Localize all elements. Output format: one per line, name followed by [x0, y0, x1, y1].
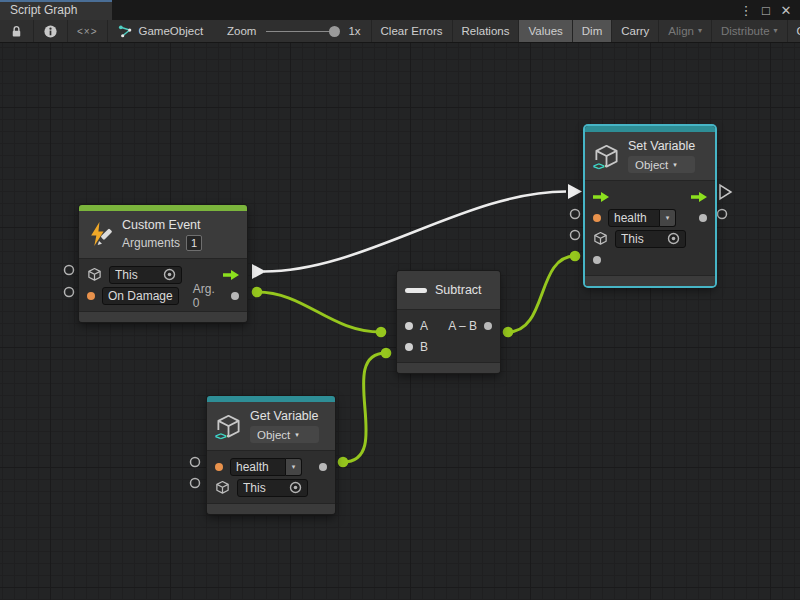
- node-footer: [397, 362, 500, 373]
- distribute-dropdown[interactable]: Distribute▾: [712, 20, 788, 42]
- node-subtract[interactable]: Subtract A A – B B: [397, 271, 500, 373]
- chevron-down-icon: ▾: [666, 214, 670, 222]
- minus-icon: [405, 288, 427, 293]
- flow-arrow-icon[interactable]: [223, 270, 239, 280]
- values-toggle[interactable]: Values: [519, 20, 572, 42]
- chevron-down-icon: ▾: [292, 463, 296, 471]
- tab-focus-accent: [0, 0, 112, 2]
- align-label: Align: [668, 25, 694, 37]
- flow-out-arrow-icon[interactable]: [691, 192, 707, 202]
- info-button[interactable]: [34, 20, 68, 42]
- value-output-port-dot[interactable]: [319, 463, 327, 471]
- zoom-value: 1x: [348, 25, 360, 37]
- variable-brackets-icon: <>: [592, 160, 605, 172]
- target-port-row: This: [585, 228, 715, 249]
- node-custom-event[interactable]: Custom Event Arguments 1 This: [79, 205, 247, 322]
- event-name-field[interactable]: On Damage: [102, 287, 179, 305]
- node-title: Get Variable: [250, 409, 319, 423]
- window-close-icon[interactable]: ✕: [778, 2, 794, 18]
- input-b-label: B: [420, 340, 428, 354]
- target-field[interactable]: This: [109, 266, 182, 284]
- variable-picker-button[interactable]: ▾: [286, 458, 302, 476]
- arg0-port-dot[interactable]: [231, 292, 239, 300]
- overview-button[interactable]: Overv: [788, 20, 800, 42]
- dim-toggle[interactable]: Dim: [573, 20, 612, 42]
- wire-getvariable-to-subtract-b[interactable]: [338, 348, 392, 468]
- variable-scope-dropdown[interactable]: Object ▾: [628, 156, 695, 173]
- target-value: This: [621, 232, 663, 246]
- target-field[interactable]: This: [615, 230, 686, 248]
- lock-icon: [9, 24, 24, 39]
- variable-name-row: health ▾: [585, 207, 715, 228]
- tab-script-graph[interactable]: Script Graph: [0, 0, 112, 20]
- relations-label: Relations: [462, 25, 510, 37]
- variable-name-field[interactable]: health: [230, 458, 286, 476]
- variable-name-row: health ▾: [207, 456, 335, 477]
- variable-name-value: health: [236, 460, 280, 474]
- value-output-port-dot[interactable]: [699, 214, 707, 222]
- code-icon: <×>: [77, 26, 98, 37]
- wire-arg0-to-subtract-a[interactable]: [252, 287, 387, 338]
- node-footer: [585, 275, 715, 286]
- info-icon: [43, 24, 58, 39]
- clear-errors-button[interactable]: Clear Errors: [372, 20, 453, 42]
- arg0-label: Arg. 0: [193, 282, 224, 310]
- zoom-slider[interactable]: [266, 31, 338, 32]
- arguments-label: Arguments: [122, 236, 180, 250]
- input-b-port-dot[interactable]: [405, 343, 413, 351]
- clear-errors-label: Clear Errors: [381, 25, 443, 37]
- wire-subtract-to-setvariable-value[interactable]: [503, 251, 581, 338]
- lock-button[interactable]: [0, 20, 34, 42]
- value-input-port-dot[interactable]: [593, 256, 601, 264]
- input-a-port-dot[interactable]: [405, 322, 413, 330]
- event-name-row: On Damage Arg. 0: [79, 285, 247, 306]
- target-icon[interactable]: [289, 481, 302, 494]
- variable-picker-button[interactable]: ▾: [660, 209, 676, 227]
- scope-value: Object: [257, 429, 290, 441]
- node-get-variable[interactable]: <> Get Variable Object ▾ health ▾: [207, 396, 335, 514]
- chevron-down-icon: ▾: [673, 161, 677, 169]
- relations-button[interactable]: Relations: [453, 20, 520, 42]
- carry-toggle[interactable]: Carry: [612, 20, 659, 42]
- tab-bar: Script Graph ⋮ □ ✕: [0, 0, 800, 20]
- target-icon[interactable]: [163, 268, 176, 281]
- node-set-variable[interactable]: <> Set Variable Object ▾: [585, 126, 715, 286]
- string-port-dot[interactable]: [87, 292, 95, 300]
- zoom-label: Zoom: [227, 25, 256, 37]
- tab-title: Script Graph: [10, 3, 77, 17]
- code-view-button[interactable]: <×>: [68, 20, 108, 42]
- setvariable-flow-out-connector[interactable]: [720, 185, 731, 199]
- event-name-value: On Damage: [108, 289, 173, 303]
- variable-brackets-icon: <>: [214, 430, 227, 442]
- name-port-dot[interactable]: [215, 463, 223, 471]
- align-dropdown[interactable]: Align▾: [659, 20, 712, 42]
- input-a-label: A: [420, 319, 428, 333]
- output-port-dot[interactable]: [484, 322, 492, 330]
- cube-icon: [87, 267, 102, 282]
- arguments-count-input[interactable]: 1: [186, 235, 202, 251]
- variable-name-field[interactable]: health: [608, 209, 660, 227]
- wire-flow-customevent-to-setvariable[interactable]: [252, 184, 582, 279]
- flow-in-arrow-icon[interactable]: [593, 192, 609, 202]
- input-b-row: B: [397, 336, 500, 357]
- overview-label: Overv: [797, 25, 800, 37]
- variable-name-value: health: [614, 211, 654, 225]
- node-title: Subtract: [435, 283, 482, 297]
- name-port-dot[interactable]: [593, 214, 601, 222]
- window-maximize-icon[interactable]: □: [758, 2, 774, 18]
- variable-scope-dropdown[interactable]: Object ▾: [250, 426, 319, 443]
- target-field[interactable]: This: [237, 479, 308, 497]
- window-controls: ⋮ □ ✕: [738, 0, 800, 20]
- graph-canvas[interactable]: Custom Event Arguments 1 This: [0, 43, 800, 600]
- value-input-row: [585, 249, 715, 270]
- gameobject-label[interactable]: GameObject: [139, 25, 204, 37]
- node-title: Set Variable: [628, 139, 695, 153]
- dim-label: Dim: [582, 25, 602, 37]
- scope-value: Object: [635, 159, 668, 171]
- zoom-slider-handle[interactable]: [329, 26, 340, 37]
- target-port-row: This: [207, 477, 335, 498]
- chevron-down-icon: ▾: [295, 431, 299, 439]
- graph-reference-segment: GameObject Zoom 1x: [108, 20, 372, 42]
- target-icon[interactable]: [667, 232, 680, 245]
- window-menu-icon[interactable]: ⋮: [738, 2, 754, 18]
